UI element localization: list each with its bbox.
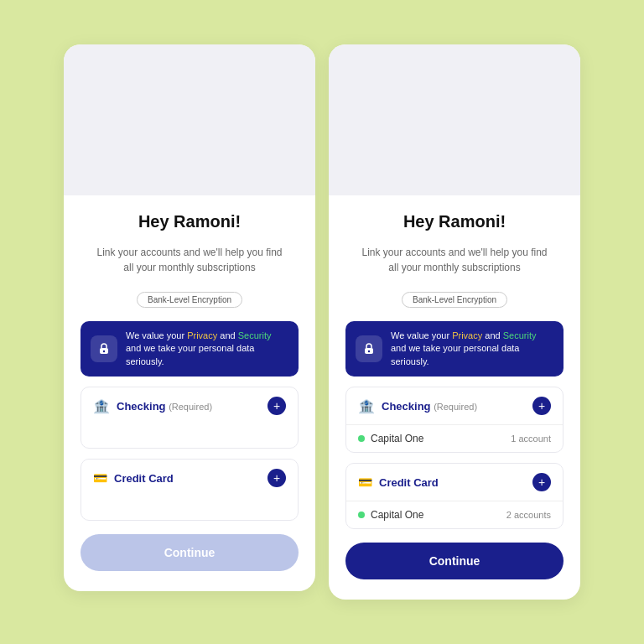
continue-button-left[interactable]: Continue [80, 534, 299, 571]
subtitle-left: Link your accounts and we'll help you fi… [80, 245, 299, 275]
encryption-pill-right: Bank-Level Encryption [402, 292, 507, 308]
svg-point-1 [103, 351, 105, 352]
dot-green-credit-card [358, 512, 365, 518]
security-banner-right: We value your Privacy and Security and w… [345, 321, 564, 377]
continue-button-right[interactable]: Continue [345, 543, 564, 579]
credit-card-header-right: 💳 Credit Card + [346, 464, 563, 501]
credit-card-account-name-right: Capital One [371, 509, 423, 521]
page-wrapper: Hey Ramoni! Link your accounts and we'll… [47, 11, 597, 633]
credit-card-account-item-right: Capital One 2 accounts [346, 501, 563, 528]
checking-header-left: 🏦 Checking (Required) + [81, 387, 298, 424]
credit-card-empty-left [81, 496, 298, 520]
card-top-illustration-right [329, 44, 580, 195]
lock-icon-left [91, 335, 117, 362]
checking-add-button-left[interactable]: + [267, 397, 286, 415]
greeting-right: Hey Ramoni! [345, 212, 564, 231]
encryption-badge-right: Bank-Level Encryption [345, 292, 564, 308]
checking-header-right: 🏦 Checking (Required) + [346, 387, 563, 424]
checking-add-button-right[interactable]: + [532, 397, 551, 415]
credit-card-add-button-left[interactable]: + [267, 469, 286, 487]
lock-icon-right [356, 335, 382, 362]
checking-section-left: 🏦 Checking (Required) + [80, 387, 299, 449]
card-body-right: Hey Ramoni! Link your accounts and we'll… [329, 195, 580, 600]
checking-account-count-right: 1 account [511, 434, 551, 444]
credit-card-label-right: Credit Card [379, 476, 439, 489]
svg-point-3 [368, 351, 370, 352]
credit-card-add-button-right[interactable]: + [532, 473, 551, 491]
credit-card-account-count-right: 2 accounts [506, 510, 551, 520]
card-body-left: Hey Ramoni! Link your accounts and we'll… [64, 195, 315, 591]
bank-icon-right: 🏦 [358, 398, 375, 414]
credit-card-header-left: 💳 Credit Card + [81, 460, 298, 496]
dot-green-checking [358, 435, 365, 442]
checking-section-right: 🏦 Checking (Required) + Capital One 1 ac… [345, 387, 564, 453]
bank-icon-left: 🏦 [93, 398, 110, 414]
checking-label-left: Checking (Required) [117, 400, 212, 413]
card-top-illustration-left [64, 44, 315, 195]
security-text-left: We value your Privacy and Security and w… [126, 330, 288, 368]
encryption-pill-left: Bank-Level Encryption [137, 292, 242, 308]
card-right: Hey Ramoni! Link your accounts and we'll… [329, 44, 580, 600]
checking-label-right: Checking (Required) [382, 400, 477, 413]
checking-empty-left [81, 424, 298, 448]
card-left: Hey Ramoni! Link your accounts and we'll… [64, 44, 315, 591]
security-text-right: We value your Privacy and Security and w… [391, 330, 553, 368]
subtitle-right: Link your accounts and we'll help you fi… [345, 245, 564, 275]
encryption-badge-left: Bank-Level Encryption [80, 292, 299, 308]
credit-card-section-left: 💳 Credit Card + [80, 459, 299, 521]
credit-card-icon-right: 💳 [358, 475, 372, 489]
credit-card-icon-left: 💳 [93, 471, 107, 485]
security-banner-left: We value your Privacy and Security and w… [80, 321, 299, 377]
checking-account-item-right: Capital One 1 account [346, 424, 563, 452]
greeting-left: Hey Ramoni! [80, 212, 299, 231]
checking-account-name-right: Capital One [371, 433, 423, 444]
credit-card-section-right: 💳 Credit Card + Capital One 2 accounts [345, 463, 564, 529]
credit-card-label-left: Credit Card [114, 472, 174, 485]
